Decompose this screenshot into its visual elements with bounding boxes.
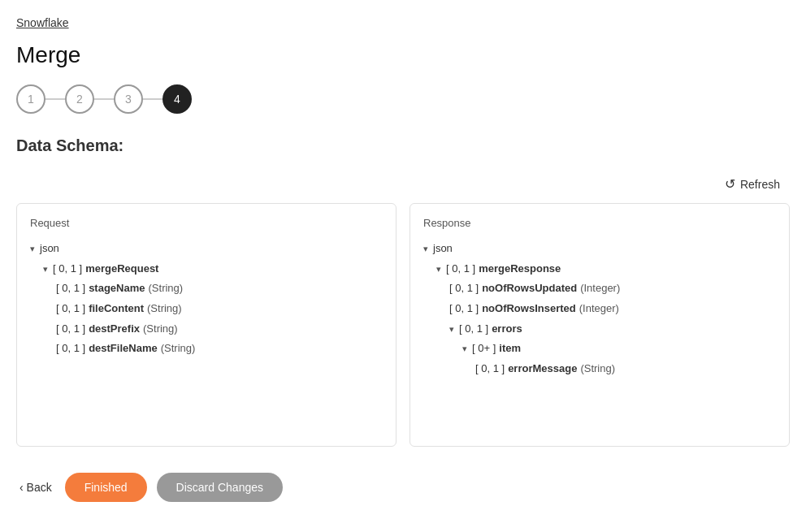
- tree-node: [ 0, 1 ] noOfRowsUpdated (Integer): [423, 279, 776, 299]
- node-range: [ 0, 1 ]: [53, 259, 82, 279]
- request-tree: ▾ json ▾ [ 0, 1 ] mergeRequest [ 0, 1 ] …: [30, 239, 383, 359]
- page: Snowflake Merge 1 2 3 4 Data Schema: ↺ R…: [0, 0, 806, 532]
- step-circle-3: 3: [114, 84, 143, 114]
- node-name: errorMessage: [508, 359, 577, 379]
- node-type: (String): [147, 299, 182, 319]
- step-3: 3: [114, 84, 143, 114]
- back-button[interactable]: ‹ Back: [16, 474, 55, 500]
- node-name: stageName: [89, 279, 145, 299]
- request-panel: Request ▾ json ▾ [ 0, 1 ] mergeRequest […: [16, 203, 396, 447]
- response-panel-label: Response: [423, 217, 776, 229]
- node-name: destPrefix: [89, 319, 140, 340]
- node-type: (String): [161, 339, 196, 359]
- tree-node: ▾ json: [423, 239, 776, 259]
- step-connector-3-4: [143, 98, 162, 100]
- node-range: [ 0, 1 ]: [56, 299, 85, 319]
- node-range: [ 0, 1 ]: [449, 299, 479, 319]
- node-name: json: [433, 239, 453, 259]
- step-4: 4: [162, 84, 192, 114]
- node-name: errors: [492, 319, 522, 340]
- refresh-button[interactable]: ↺ Refresh: [715, 171, 790, 197]
- node-range: [ 0, 1 ]: [475, 359, 505, 379]
- response-tree: ▾ json ▾ [ 0, 1 ] mergeResponse [ 0, 1 ]…: [423, 239, 776, 379]
- refresh-label: Refresh: [740, 178, 780, 191]
- node-name: json: [40, 239, 59, 259]
- tree-node: ▾ [ 0+ ] item: [423, 339, 776, 359]
- step-1: 1: [16, 84, 46, 114]
- finished-button[interactable]: Finished: [65, 473, 147, 502]
- tree-node: ▾ [ 0, 1 ] errors: [423, 319, 776, 340]
- node-name: noOfRowsInserted: [482, 299, 576, 319]
- step-connector-1-2: [46, 98, 65, 100]
- chevron-icon: ▾: [30, 240, 35, 257]
- page-title: Merge: [16, 42, 790, 68]
- tree-node: ▾ [ 0, 1 ] mergeRequest: [30, 259, 383, 279]
- refresh-icon: ↺: [725, 176, 735, 192]
- chevron-icon: ▾: [423, 240, 428, 257]
- schema-panels: Request ▾ json ▾ [ 0, 1 ] mergeRequest […: [16, 203, 790, 447]
- node-type: (Integer): [579, 299, 619, 319]
- tree-node: [ 0, 1 ] destFileName (String): [30, 339, 383, 359]
- step-2: 2: [65, 84, 94, 114]
- step-circle-2: 2: [65, 84, 94, 114]
- node-range: [ 0+ ]: [472, 339, 496, 359]
- node-type: (String): [580, 359, 615, 379]
- tree-node: [ 0, 1 ] stageName (String): [30, 279, 383, 299]
- node-name: item: [499, 339, 521, 359]
- discard-button[interactable]: Discard Changes: [157, 473, 283, 502]
- step-circle-1: 1: [16, 84, 46, 114]
- tree-node: [ 0, 1 ] fileContent (String): [30, 299, 383, 319]
- tree-node: ▾ [ 0, 1 ] mergeResponse: [423, 259, 776, 279]
- node-name: destFileName: [89, 339, 158, 359]
- chevron-icon: ▾: [436, 261, 441, 278]
- node-range: [ 0, 1 ]: [449, 279, 479, 299]
- bottom-bar: ‹ Back Finished Discard Changes: [16, 473, 790, 502]
- section-title: Data Schema:: [16, 136, 790, 155]
- request-panel-label: Request: [30, 217, 383, 229]
- node-name: mergeRequest: [85, 259, 158, 279]
- node-type: (String): [143, 319, 178, 340]
- tree-node: [ 0, 1 ] destPrefix (String): [30, 319, 383, 340]
- node-name: fileContent: [89, 299, 144, 319]
- tree-node: [ 0, 1 ] noOfRowsInserted (Integer): [423, 299, 776, 319]
- node-range: [ 0, 1 ]: [56, 279, 85, 299]
- chevron-icon: ▾: [43, 261, 48, 278]
- node-range: [ 0, 1 ]: [446, 259, 475, 279]
- node-name: mergeResponse: [479, 259, 561, 279]
- response-panel: Response ▾ json ▾ [ 0, 1 ] mergeResponse…: [410, 203, 790, 447]
- breadcrumb-link[interactable]: Snowflake: [16, 16, 69, 29]
- stepper: 1 2 3 4: [16, 84, 790, 114]
- node-name: noOfRowsUpdated: [482, 279, 577, 299]
- node-range: [ 0, 1 ]: [56, 319, 85, 340]
- chevron-icon: ▾: [462, 340, 467, 357]
- node-range: [ 0, 1 ]: [459, 319, 488, 340]
- step-circle-4: 4: [162, 84, 192, 114]
- node-range: [ 0, 1 ]: [56, 339, 85, 359]
- node-type: (Integer): [580, 279, 620, 299]
- tree-node: [ 0, 1 ] errorMessage (String): [423, 359, 776, 379]
- step-connector-2-3: [94, 98, 114, 100]
- tree-node: ▾ json: [30, 239, 383, 259]
- node-type: (String): [149, 279, 184, 299]
- chevron-icon: ▾: [449, 321, 454, 338]
- breadcrumb: Snowflake: [16, 16, 790, 29]
- back-label: ‹ Back: [20, 481, 52, 494]
- refresh-bar: ↺ Refresh: [16, 171, 790, 197]
